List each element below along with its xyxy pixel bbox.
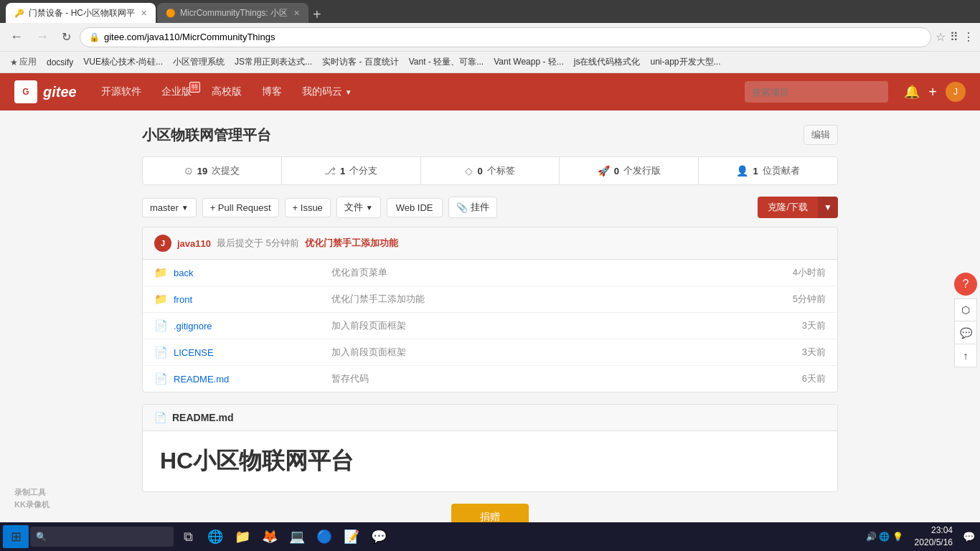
taskview-button[interactable]: ⧉ bbox=[175, 525, 201, 548]
repo-title-bar: 小区物联网管理平台 编辑 bbox=[142, 125, 838, 145]
taskbar-app-3[interactable]: 🦊 bbox=[257, 525, 283, 548]
scroll-top-button[interactable]: ↑ bbox=[954, 344, 977, 367]
web-ide-button[interactable]: Web IDE bbox=[387, 198, 443, 217]
bell-icon[interactable]: 🔔 bbox=[904, 84, 920, 100]
file-time-back: 4小时前 bbox=[768, 266, 826, 279]
address-bar[interactable]: 🔒 bbox=[80, 27, 931, 47]
bookmark-js[interactable]: JS常用正则表达式... bbox=[230, 54, 316, 70]
file-name-readme[interactable]: README.md bbox=[174, 374, 317, 385]
forward-button[interactable]: → bbox=[32, 27, 53, 47]
browser-titlebar: 🔑 门禁设备 - HC小区物联网平 ✕ 🟠 MicrCommunityThing… bbox=[0, 0, 980, 23]
stat-branches[interactable]: ⎇ 1 个分支 bbox=[282, 157, 421, 184]
tab-label-1: 门禁设备 - HC小区物联网平 bbox=[29, 7, 135, 19]
taskbar-items: 🌐 📁 🦊 💻 🔵 📝 💬 bbox=[202, 525, 392, 548]
tab-close-1[interactable]: ✕ bbox=[141, 9, 147, 18]
files-dropdown[interactable]: 文件 ▼ bbox=[336, 197, 381, 218]
tab-active[interactable]: 🔑 门禁设备 - HC小区物联网平 ✕ bbox=[6, 3, 156, 23]
branches-num: 1 bbox=[340, 166, 345, 176]
branch-name: master bbox=[150, 202, 179, 213]
file-time-readme: 6天前 bbox=[768, 372, 826, 385]
nav-item-mycode[interactable]: 我的码云 ▼ bbox=[293, 80, 361, 104]
readme-title: HC小区物联网平台 bbox=[160, 446, 820, 477]
folder-icon-back: 📁 bbox=[154, 266, 168, 279]
edit-button[interactable]: 编辑 bbox=[804, 125, 838, 145]
bookmark-baidu[interactable]: 实时访客 - 百度统计 bbox=[318, 54, 403, 70]
search-input[interactable] bbox=[745, 81, 888, 103]
back-button[interactable]: ← bbox=[6, 27, 27, 47]
bookmark-star[interactable]: ☆ bbox=[936, 30, 946, 44]
tags-icon: ◇ bbox=[465, 165, 473, 176]
start-button[interactable]: ⊞ bbox=[3, 525, 29, 548]
file-name-gitignore[interactable]: .gitignore bbox=[174, 321, 317, 331]
plus-icon[interactable]: + bbox=[928, 84, 937, 100]
clone-button-group: 克隆/下载 ▼ bbox=[758, 197, 838, 218]
side-action-panel: ? ⬡ 💬 ↑ bbox=[954, 273, 980, 367]
bookmarks-bar: ★ 应用 docsify VUE核心技术-尚硅... 小区管理系统 JS常用正则… bbox=[0, 52, 980, 73]
nav-item-blog[interactable]: 博客 bbox=[253, 80, 291, 104]
gitee-logo[interactable]: G gitee bbox=[14, 80, 77, 103]
branch-dropdown-icon: ▼ bbox=[182, 204, 189, 212]
help-button[interactable]: ? bbox=[954, 273, 977, 296]
issue-button[interactable]: + Issue bbox=[285, 198, 331, 217]
branches-icon: ⎇ bbox=[324, 165, 336, 176]
extensions-button[interactable]: ⠿ bbox=[950, 30, 958, 44]
refresh-button[interactable]: ↻ bbox=[57, 27, 75, 47]
action-bar: master ▼ + Pull Request + Issue 文件 ▼ Web… bbox=[142, 197, 838, 218]
taskbar-app-5[interactable]: 🔵 bbox=[311, 525, 337, 548]
bookmark-docsify[interactable]: docsify bbox=[42, 55, 77, 70]
file-name-license[interactable]: LICENSE bbox=[174, 347, 317, 358]
taskbar-app-6[interactable]: 📝 bbox=[339, 525, 364, 548]
tab-close-2[interactable]: ✕ bbox=[293, 9, 300, 18]
donate-button[interactable]: 捐赠 bbox=[451, 504, 529, 522]
nav-item-university[interactable]: 高校版 bbox=[203, 80, 250, 104]
stat-releases[interactable]: 🚀 0 个发行版 bbox=[560, 157, 699, 184]
gitee-header: G gitee 开源软件 企业版 特 高校版 博客 我的码云 ▼ 🔔 + J bbox=[0, 73, 980, 110]
gitee-search-box[interactable] bbox=[745, 81, 888, 103]
notification-button[interactable]: 💬 bbox=[960, 525, 977, 548]
commit-author-name[interactable]: java110 bbox=[177, 238, 211, 249]
bookmark-vant[interactable]: Vant - 轻量、可靠... bbox=[405, 54, 488, 70]
bookmark-vant-weapp[interactable]: Vant Weapp - 轻... bbox=[489, 54, 568, 70]
tray-icons: 🔊 🌐 💡 bbox=[862, 532, 908, 542]
menu-button[interactable]: ⋮ bbox=[963, 30, 974, 44]
branch-selector[interactable]: master ▼ bbox=[142, 198, 197, 217]
file-name-back[interactable]: back bbox=[174, 268, 317, 278]
commit-message[interactable]: 优化门禁手工添加功能 bbox=[305, 237, 398, 250]
lock-icon: 🔒 bbox=[89, 32, 100, 42]
file-name-front[interactable]: front bbox=[174, 294, 317, 305]
address-input[interactable] bbox=[104, 32, 922, 42]
bookmark-community[interactable]: 小区管理系统 bbox=[169, 54, 229, 70]
stat-contributors[interactable]: 👤 1 位贡献者 bbox=[699, 157, 837, 184]
commits-icon: ⊙ bbox=[184, 165, 193, 176]
new-tab-button[interactable]: + bbox=[313, 7, 321, 23]
nav-item-enterprise[interactable]: 企业版 特 bbox=[153, 80, 200, 104]
bookmark-apps[interactable]: ★ 应用 bbox=[6, 54, 41, 70]
stats-bar: ⊙ 19 次提交 ⎇ 1 个分支 ◇ 0 个标签 🚀 0 个发行版 👤 1 bbox=[142, 156, 838, 185]
taskbar-app-1[interactable]: 🌐 bbox=[202, 525, 228, 548]
bookmark-uniapp[interactable]: uni-app开发大型... bbox=[646, 54, 725, 70]
releases-label: 个发行版 bbox=[623, 164, 661, 177]
tab-favicon-2: 🟠 bbox=[166, 9, 176, 18]
stat-tags[interactable]: ◇ 0 个标签 bbox=[421, 157, 560, 184]
tab-label-2: MicrCommunityThings: 小区... bbox=[180, 7, 288, 19]
taskbar-app-4[interactable]: 💻 bbox=[284, 525, 310, 548]
clone-dropdown-button[interactable]: ▼ bbox=[818, 197, 838, 218]
file-icon-gitignore: 📄 bbox=[154, 319, 168, 332]
watermark-line1: 录制工具 bbox=[14, 486, 50, 499]
clone-main-button[interactable]: 克隆/下载 bbox=[758, 197, 818, 218]
bookmark-vue[interactable]: VUE核心技术-尚硅... bbox=[79, 54, 167, 70]
taskbar-search[interactable]: 🔍 bbox=[30, 527, 174, 547]
pull-request-button[interactable]: + Pull Request bbox=[202, 198, 279, 217]
stat-commits[interactable]: ⊙ 19 次提交 bbox=[143, 157, 282, 184]
nav-item-opensource[interactable]: 开源软件 bbox=[93, 80, 150, 104]
bookmark-js-format[interactable]: js在线代码格式化 bbox=[570, 54, 645, 70]
taskbar-app-7[interactable]: 💬 bbox=[366, 525, 392, 548]
share-button[interactable]: ⬡ bbox=[954, 298, 977, 321]
tab-inactive[interactable]: 🟠 MicrCommunityThings: 小区... ✕ bbox=[157, 3, 308, 23]
chat-button[interactable]: 💬 bbox=[954, 321, 977, 344]
file-time-gitignore: 3天前 bbox=[768, 319, 826, 332]
table-row: 📄 LICENSE 加入前段页面框架 3天前 bbox=[143, 339, 837, 366]
guajian-button[interactable]: 📎 挂件 bbox=[448, 197, 497, 218]
user-avatar-icon[interactable]: J bbox=[946, 82, 966, 102]
taskbar-app-2[interactable]: 📁 bbox=[230, 525, 255, 548]
